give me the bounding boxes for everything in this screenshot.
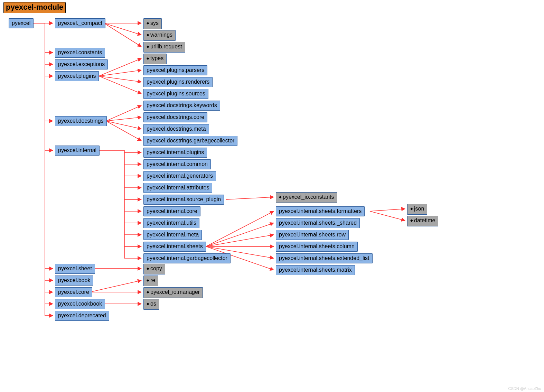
node-sh_formatters: pyexcel.internal.sheets.formatters [276,206,365,216]
node-copy: copy [143,264,165,274]
diagram-title: pyexcel-module [3,2,66,13]
node-urllib: urllib.request [143,42,185,53]
node-int_plugins: pyexcel.internal.plugins [143,148,207,158]
node-int_common: pyexcel.internal.common [143,159,211,169]
node-int_generators: pyexcel.internal.generators [143,171,216,181]
node-doc_meta: pyexcel.docstrings.meta [143,124,209,134]
node-sh_column: pyexcel.internal.sheets.column [276,242,358,252]
node-int_sheets: pyexcel.internal.sheets [143,242,206,252]
node-compact: pyexcel._compact [55,18,105,28]
node-plugins_renderers: pyexcel.plugins.renderers [143,77,213,87]
node-os: os [143,299,159,310]
node-doc_keywords: pyexcel.docstrings.keywords [143,101,220,111]
node-doc_gc: pyexcel.docstrings.garbagecollector [143,136,237,146]
watermark: CSDN @AhcaoZhu [508,386,541,391]
node-doc_core: pyexcel.docstrings.core [143,112,207,122]
node-core: pyexcel.core [55,287,92,297]
node-sh_ext: pyexcel.internal.sheets.extended_list [276,253,373,263]
node-constants: pyexcel.constants [55,48,105,58]
node-json: json [407,204,427,215]
node-int_meta: pyexcel.internal.meta [143,230,202,240]
node-sh_matrix: pyexcel.internal.sheets.matrix [276,265,355,275]
node-sheet: pyexcel.sheet [55,264,95,274]
node-deprecated: pyexcel.deprecated [55,311,109,321]
node-plugins_sources: pyexcel.plugins.sources [143,89,208,99]
node-datetime: datetime [407,216,438,226]
node-sh_row: pyexcel.internal.sheets.row [276,230,349,240]
node-int_attributes: pyexcel.internal.attributes [143,183,212,193]
node-book: pyexcel.book [55,276,93,286]
node-int_gc: pyexcel.internal.garbagecollector [143,253,231,263]
node-root: pyexcel [9,18,34,28]
node-io_mgr: pyexcel_io.manager [143,287,203,298]
node-sys: sys [143,18,162,29]
node-int_source: pyexcel.internal.source_plugin [143,195,224,205]
node-warnings: warnings [143,30,176,41]
node-cookbook: pyexcel.cookbook [55,299,105,309]
node-docstrings: pyexcel.docstrings [55,116,107,126]
node-plugins: pyexcel.plugins [55,71,99,81]
node-re: re [143,276,158,286]
node-exceptions: pyexcel.exceptions [55,59,108,69]
node-types: types [143,54,167,64]
node-internal: pyexcel.internal [55,146,100,156]
node-int_utils: pyexcel.internal.utils [143,218,199,228]
node-io_const: pyexcel_io.constants [276,192,337,203]
node-int_core: pyexcel.internal.core [143,206,200,216]
node-sh_shared: pyexcel.internal.sheets._shared [276,218,360,228]
node-plugins_parsers: pyexcel.plugins.parsers [143,65,207,75]
